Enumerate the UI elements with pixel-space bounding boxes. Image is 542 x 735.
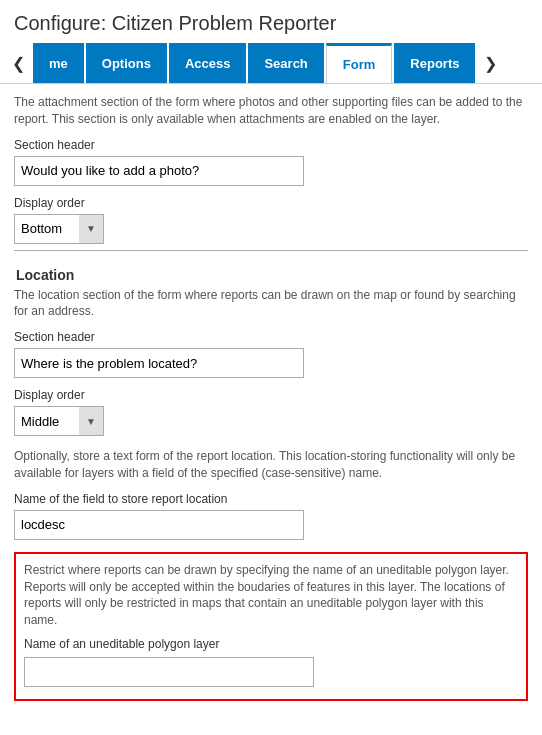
tab-access[interactable]: Access xyxy=(169,43,247,83)
tab-arrow-right[interactable]: ❯ xyxy=(476,43,504,83)
tab-bar: ❮ me Options Access Search Form Reports … xyxy=(0,43,542,84)
tab-form[interactable]: Form xyxy=(326,43,393,83)
location-display-order-wrapper: Middle Top Bottom ▼ xyxy=(14,406,104,436)
location-section-header-label: Section header xyxy=(14,330,528,344)
attachment-display-order-label: Display order xyxy=(14,196,528,210)
tab-name[interactable]: me xyxy=(33,43,84,83)
tab-search[interactable]: Search xyxy=(248,43,323,83)
location-divider xyxy=(14,250,528,251)
restrict-description: Restrict where reports can be drawn by s… xyxy=(24,562,518,629)
field-name-label: Name of the field to store report locati… xyxy=(14,492,528,506)
polygon-layer-input[interactable] xyxy=(24,657,314,687)
attachment-display-order-select[interactable]: Bottom Top Middle xyxy=(15,221,103,236)
tab-arrow-left[interactable]: ❮ xyxy=(4,43,32,83)
tab-reports[interactable]: Reports xyxy=(394,43,475,83)
attachment-section-header-input[interactable] xyxy=(14,156,304,186)
location-description: The location section of the form where r… xyxy=(14,287,528,321)
location-section-title: Location xyxy=(14,267,528,283)
page-title: Configure: Citizen Problem Reporter xyxy=(0,0,542,43)
attachment-section-header-label: Section header xyxy=(14,138,528,152)
field-name-input[interactable] xyxy=(14,510,304,540)
location-display-order-select[interactable]: Middle Top Bottom xyxy=(15,414,103,429)
location-display-order-label: Display order xyxy=(14,388,528,402)
attachment-display-order-wrapper: Bottom Top Middle ▼ xyxy=(14,214,104,244)
content-area: The attachment section of the form where… xyxy=(0,84,542,715)
polygon-layer-label: Name of an uneditable polygon layer xyxy=(24,637,518,651)
store-location-description: Optionally, store a text form of the rep… xyxy=(14,448,528,482)
tab-options[interactable]: Options xyxy=(86,43,167,83)
location-section-header-input[interactable] xyxy=(14,348,304,378)
restrict-highlight-box: Restrict where reports can be drawn by s… xyxy=(14,552,528,701)
attachment-description: The attachment section of the form where… xyxy=(14,94,528,128)
